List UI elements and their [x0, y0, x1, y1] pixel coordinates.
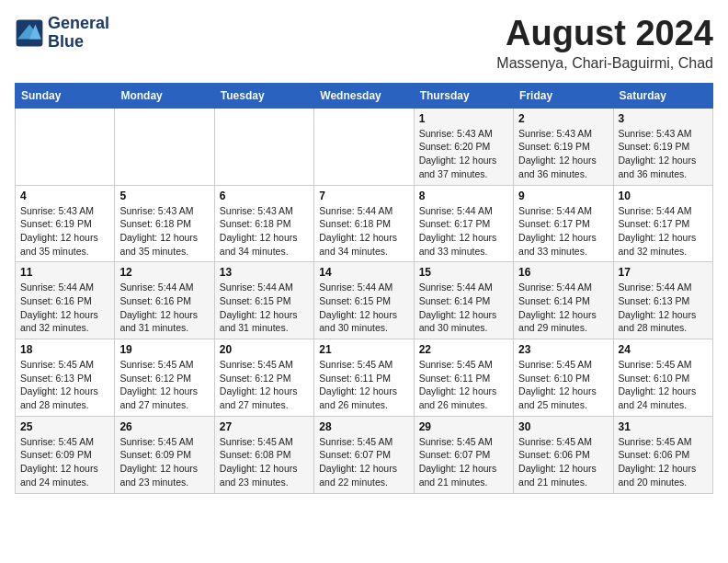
day-detail: Sunrise: 5:45 AM Sunset: 6:08 PM Dayligh…: [220, 435, 309, 489]
day-cell: 29Sunrise: 5:45 AM Sunset: 6:07 PM Dayli…: [414, 416, 513, 493]
day-cell: 19Sunrise: 5:45 AM Sunset: 6:12 PM Dayli…: [115, 339, 214, 417]
month-title: August 2024: [496, 15, 713, 53]
day-detail: Sunrise: 5:43 AM Sunset: 6:19 PM Dayligh…: [518, 127, 608, 181]
week-row-3: 11Sunrise: 5:44 AM Sunset: 6:16 PM Dayli…: [16, 262, 713, 339]
day-number: 24: [619, 343, 708, 356]
day-number: 9: [518, 190, 608, 202]
day-cell: 26Sunrise: 5:45 AM Sunset: 6:09 PM Dayli…: [115, 416, 214, 493]
day-number: 19: [119, 343, 209, 356]
day-cell: [115, 108, 214, 185]
day-cell: [214, 108, 313, 185]
day-detail: Sunrise: 5:45 AM Sunset: 6:11 PM Dayligh…: [419, 358, 508, 412]
day-detail: Sunrise: 5:45 AM Sunset: 6:10 PM Dayligh…: [619, 358, 708, 412]
week-row-1: 1Sunrise: 5:43 AM Sunset: 6:20 PM Daylig…: [16, 108, 713, 185]
day-detail: Sunrise: 5:44 AM Sunset: 6:15 PM Dayligh…: [319, 281, 408, 335]
day-cell: 8Sunrise: 5:44 AM Sunset: 6:17 PM Daylig…: [414, 185, 513, 262]
week-row-2: 4Sunrise: 5:43 AM Sunset: 6:19 PM Daylig…: [16, 185, 713, 262]
day-number: 1: [419, 112, 508, 125]
day-detail: Sunrise: 5:45 AM Sunset: 6:10 PM Dayligh…: [518, 358, 608, 412]
day-detail: Sunrise: 5:44 AM Sunset: 6:16 PM Dayligh…: [20, 281, 109, 335]
header: General Blue August 2024 Massenya, Chari…: [15, 15, 713, 72]
day-cell: 11Sunrise: 5:44 AM Sunset: 6:16 PM Dayli…: [16, 262, 115, 339]
day-number: 29: [419, 420, 508, 433]
header-cell-wednesday: Wednesday: [314, 83, 414, 108]
day-cell: 2Sunrise: 5:43 AM Sunset: 6:19 PM Daylig…: [514, 108, 613, 185]
day-cell: 13Sunrise: 5:44 AM Sunset: 6:15 PM Dayli…: [214, 262, 313, 339]
day-number: 21: [319, 343, 408, 356]
day-cell: [16, 108, 115, 185]
header-row: SundayMondayTuesdayWednesdayThursdayFrid…: [16, 83, 713, 108]
day-detail: Sunrise: 5:44 AM Sunset: 6:17 PM Dayligh…: [419, 204, 508, 259]
day-cell: 27Sunrise: 5:45 AM Sunset: 6:08 PM Dayli…: [214, 416, 313, 493]
day-cell: 6Sunrise: 5:43 AM Sunset: 6:18 PM Daylig…: [214, 185, 313, 262]
day-detail: Sunrise: 5:45 AM Sunset: 6:09 PM Dayligh…: [119, 435, 209, 489]
day-number: 31: [619, 420, 708, 433]
day-cell: 3Sunrise: 5:43 AM Sunset: 6:19 PM Daylig…: [613, 108, 712, 185]
logo-icon: [15, 18, 44, 48]
day-cell: 12Sunrise: 5:44 AM Sunset: 6:16 PM Dayli…: [115, 262, 214, 339]
day-number: 20: [220, 343, 309, 356]
header-cell-thursday: Thursday: [414, 83, 513, 108]
day-cell: 5Sunrise: 5:43 AM Sunset: 6:18 PM Daylig…: [115, 185, 214, 262]
day-number: 5: [119, 190, 209, 202]
day-cell: 18Sunrise: 5:45 AM Sunset: 6:13 PM Dayli…: [16, 339, 115, 417]
day-detail: Sunrise: 5:45 AM Sunset: 6:12 PM Dayligh…: [119, 358, 209, 412]
day-detail: Sunrise: 5:43 AM Sunset: 6:19 PM Dayligh…: [20, 204, 109, 259]
day-cell: 23Sunrise: 5:45 AM Sunset: 6:10 PM Dayli…: [514, 339, 613, 417]
day-detail: Sunrise: 5:45 AM Sunset: 6:06 PM Dayligh…: [518, 435, 608, 489]
day-cell: 22Sunrise: 5:45 AM Sunset: 6:11 PM Dayli…: [414, 339, 513, 417]
header-cell-tuesday: Tuesday: [214, 83, 313, 108]
header-cell-saturday: Saturday: [613, 83, 712, 108]
day-cell: 4Sunrise: 5:43 AM Sunset: 6:19 PM Daylig…: [16, 185, 115, 262]
day-cell: 20Sunrise: 5:45 AM Sunset: 6:12 PM Dayli…: [214, 339, 313, 417]
day-number: 2: [518, 112, 608, 125]
day-cell: 17Sunrise: 5:44 AM Sunset: 6:13 PM Dayli…: [613, 262, 712, 339]
day-cell: 31Sunrise: 5:45 AM Sunset: 6:06 PM Dayli…: [613, 416, 712, 493]
day-number: 18: [20, 343, 109, 356]
day-detail: Sunrise: 5:44 AM Sunset: 6:14 PM Dayligh…: [518, 281, 608, 335]
day-number: 6: [220, 190, 309, 202]
day-detail: Sunrise: 5:45 AM Sunset: 6:07 PM Dayligh…: [419, 435, 508, 489]
day-number: 8: [419, 190, 508, 202]
day-number: 23: [518, 343, 608, 356]
day-detail: Sunrise: 5:44 AM Sunset: 6:15 PM Dayligh…: [220, 281, 309, 335]
day-detail: Sunrise: 5:44 AM Sunset: 6:16 PM Dayligh…: [119, 281, 209, 335]
day-cell: 30Sunrise: 5:45 AM Sunset: 6:06 PM Dayli…: [514, 416, 613, 493]
day-number: 25: [20, 420, 109, 433]
day-detail: Sunrise: 5:43 AM Sunset: 6:19 PM Dayligh…: [619, 127, 708, 181]
day-number: 7: [319, 190, 408, 202]
day-detail: Sunrise: 5:45 AM Sunset: 6:11 PM Dayligh…: [319, 358, 408, 412]
day-number: 27: [220, 420, 309, 433]
day-number: 28: [319, 420, 408, 433]
day-detail: Sunrise: 5:44 AM Sunset: 6:17 PM Dayligh…: [619, 204, 708, 259]
day-number: 14: [319, 266, 408, 279]
day-number: 22: [419, 343, 508, 356]
day-number: 11: [20, 266, 109, 279]
day-detail: Sunrise: 5:45 AM Sunset: 6:06 PM Dayligh…: [619, 435, 708, 489]
week-row-5: 25Sunrise: 5:45 AM Sunset: 6:09 PM Dayli…: [16, 416, 713, 493]
day-detail: Sunrise: 5:45 AM Sunset: 6:09 PM Dayligh…: [20, 435, 109, 489]
day-cell: 16Sunrise: 5:44 AM Sunset: 6:14 PM Dayli…: [514, 262, 613, 339]
day-cell: 10Sunrise: 5:44 AM Sunset: 6:17 PM Dayli…: [613, 185, 712, 262]
day-detail: Sunrise: 5:43 AM Sunset: 6:20 PM Dayligh…: [419, 127, 508, 181]
location-title: Massenya, Chari-Baguirmi, Chad: [496, 55, 713, 72]
day-detail: Sunrise: 5:44 AM Sunset: 6:14 PM Dayligh…: [419, 281, 508, 335]
day-cell: 24Sunrise: 5:45 AM Sunset: 6:10 PM Dayli…: [613, 339, 712, 417]
day-number: 13: [220, 266, 309, 279]
day-cell: 25Sunrise: 5:45 AM Sunset: 6:09 PM Dayli…: [16, 416, 115, 493]
logo-text: General Blue: [48, 15, 109, 52]
day-cell: 28Sunrise: 5:45 AM Sunset: 6:07 PM Dayli…: [314, 416, 414, 493]
day-detail: Sunrise: 5:45 AM Sunset: 6:07 PM Dayligh…: [319, 435, 408, 489]
day-detail: Sunrise: 5:45 AM Sunset: 6:12 PM Dayligh…: [220, 358, 309, 412]
header-cell-friday: Friday: [514, 83, 613, 108]
day-cell: 9Sunrise: 5:44 AM Sunset: 6:17 PM Daylig…: [514, 185, 613, 262]
day-cell: 15Sunrise: 5:44 AM Sunset: 6:14 PM Dayli…: [414, 262, 513, 339]
day-number: 10: [619, 190, 708, 202]
header-cell-sunday: Sunday: [16, 83, 115, 108]
day-detail: Sunrise: 5:43 AM Sunset: 6:18 PM Dayligh…: [119, 204, 209, 259]
header-cell-monday: Monday: [115, 83, 214, 108]
day-number: 4: [20, 190, 109, 202]
day-detail: Sunrise: 5:45 AM Sunset: 6:13 PM Dayligh…: [20, 358, 109, 412]
title-area: August 2024 Massenya, Chari-Baguirmi, Ch…: [496, 15, 713, 72]
day-cell: 1Sunrise: 5:43 AM Sunset: 6:20 PM Daylig…: [414, 108, 513, 185]
